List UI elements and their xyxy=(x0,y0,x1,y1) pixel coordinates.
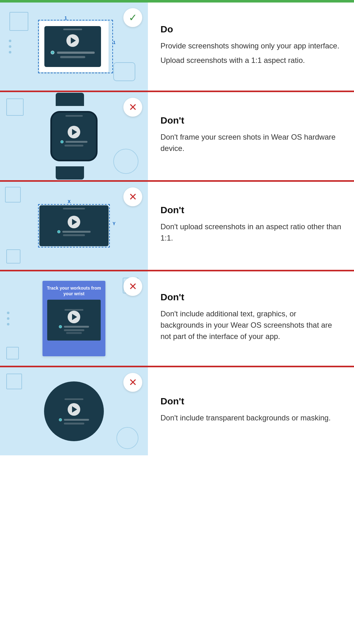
s2-bar1 xyxy=(65,141,87,143)
s4-screen xyxy=(47,300,101,341)
s3-card: X Y xyxy=(39,205,109,246)
watch-crown xyxy=(97,127,98,135)
section-heading-dont-text: Don't xyxy=(160,292,341,303)
section-right-do: Do Provide screenshots showing only your… xyxy=(148,3,354,91)
s4-card: Track your workouts from your wrist xyxy=(42,281,105,356)
s5-play-btn xyxy=(68,403,80,416)
watch-top-bar xyxy=(52,115,96,117)
s2-bar-row xyxy=(60,140,87,143)
section-right-watch: Don't Don't frame your screen shots in W… xyxy=(148,92,354,180)
s2-badge: ✕ xyxy=(123,98,142,117)
s4-dot xyxy=(59,325,62,328)
section-heading-dont-transparent: Don't xyxy=(160,396,341,407)
section-p1-dont-transparent: Don't include transparent backgrounds or… xyxy=(160,412,341,424)
section-right-ratio: Don't Don't upload screenshots in an asp… xyxy=(148,182,354,270)
s4-top-bar xyxy=(65,309,83,311)
s3-screen xyxy=(39,205,109,246)
top-progress-bar xyxy=(0,0,354,3)
s4-bar3 xyxy=(66,332,82,334)
bg-deco-rect-8 xyxy=(6,374,22,389)
s1-bar-small xyxy=(60,56,85,58)
s3-top-bar xyxy=(39,208,109,209)
s5-top-bar xyxy=(65,398,83,400)
bg-deco-rect-7 xyxy=(6,347,19,359)
watch-mockup xyxy=(49,105,99,168)
bg-deco-circle-2 xyxy=(116,427,138,449)
s4-bar1 xyxy=(64,326,89,328)
watch-body xyxy=(50,111,98,161)
bg-deco-rect-2 xyxy=(113,62,135,81)
s4-bar2 xyxy=(64,329,84,331)
s1-card: 1 1 xyxy=(39,21,109,72)
section-p1-dont-ratio: Don't upload screenshots in an aspect ra… xyxy=(160,221,341,244)
section-left-ratio: ✕ X Y xyxy=(0,182,148,270)
s4-bar-row xyxy=(59,325,89,328)
s1-bottom-row xyxy=(51,51,95,55)
section-heading-dont-ratio: Don't xyxy=(160,205,341,215)
s5-dot xyxy=(59,418,62,421)
section-left-text: ✕ Track your workouts from your wrist xyxy=(0,271,148,366)
section-do: ✓ 1 1 Do Provide screenshots show xyxy=(0,3,354,92)
bg-deco-rect-1 xyxy=(9,12,28,31)
bg-deco-dots xyxy=(9,40,11,53)
s3-bar1 xyxy=(62,231,91,233)
s4-badge: ✕ xyxy=(123,277,142,296)
section-dont-watch: ✕ Don't Don't frame your screen s xyxy=(0,92,354,182)
bg-deco-dots-2 xyxy=(7,312,9,325)
s4-overlay-text: Track your workouts from your wrist xyxy=(42,285,105,300)
s1-label-x: 1 xyxy=(65,15,67,20)
section-left-transparent: ✕ xyxy=(0,367,148,455)
section-heading-do: Do xyxy=(160,24,341,35)
section-p1-dont-watch: Don't frame your screen shots in Wear OS… xyxy=(160,131,341,154)
section-left-do: ✓ 1 1 xyxy=(0,3,148,91)
s1-label-y: 1 xyxy=(113,40,115,45)
watch-band-bottom xyxy=(56,166,84,180)
section-dont-text: ✕ Track your workouts from your wrist Do… xyxy=(0,271,354,367)
s1-dot xyxy=(51,51,54,54)
do-badge: ✓ xyxy=(123,8,142,27)
s3-bar-row xyxy=(57,230,91,233)
s2-play-btn xyxy=(68,126,80,138)
s5-circle-screen xyxy=(44,381,104,441)
bg-deco-rect-3 xyxy=(6,98,24,116)
watch-band-top xyxy=(56,93,84,106)
s3-dot xyxy=(57,230,60,233)
section-heading-dont-watch: Don't xyxy=(160,115,341,126)
s1-bar xyxy=(57,52,95,54)
section-right-text: Don't Don't include additional text, gra… xyxy=(148,271,354,366)
s2-dot xyxy=(60,140,64,143)
s3-label-y: Y xyxy=(113,221,115,226)
section-dont-ratio: ✕ X Y Don't Don't upload screenshots in … xyxy=(0,182,354,271)
s1-play-btn xyxy=(66,34,79,47)
s5-bar1 xyxy=(64,419,89,421)
section-left-watch: ✕ xyxy=(0,92,148,180)
bg-deco-rect-4 xyxy=(5,187,21,203)
section-p1-do: Provide screenshots showing only your ap… xyxy=(160,40,341,52)
s5-badge: ✕ xyxy=(123,373,142,392)
section-dont-transparent: ✕ Don't Don't include transparent backgr… xyxy=(0,367,354,455)
s3-label-x: X xyxy=(68,199,70,204)
s3-play-btn xyxy=(68,216,80,228)
section-right-transparent: Don't Don't include transparent backgrou… xyxy=(148,367,354,455)
s5-bar-row xyxy=(59,418,89,421)
section-p1-dont-text: Don't include additional text, graphics,… xyxy=(160,308,341,342)
bg-deco-circle xyxy=(113,149,138,174)
s3-bar2 xyxy=(63,234,85,236)
section-p2-do: Upload screenshots with a 1:1 aspect rat… xyxy=(160,55,341,66)
s1-screen xyxy=(44,26,101,67)
bg-deco-rect-5 xyxy=(6,249,20,264)
s3-badge: ✕ xyxy=(123,187,142,206)
s2-bar2 xyxy=(65,145,83,147)
s4-top-bar-wrap xyxy=(65,309,83,313)
s5-bar2 xyxy=(64,423,84,425)
